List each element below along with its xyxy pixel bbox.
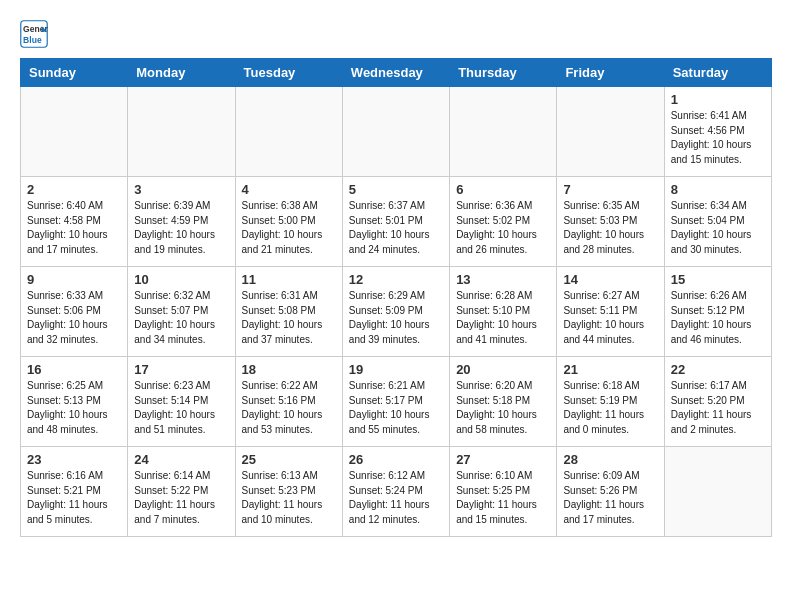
calendar-cell: 17Sunrise: 6:23 AM Sunset: 5:14 PM Dayli… bbox=[128, 357, 235, 447]
calendar-cell: 6Sunrise: 6:36 AM Sunset: 5:02 PM Daylig… bbox=[450, 177, 557, 267]
day-info: Sunrise: 6:27 AM Sunset: 5:11 PM Dayligh… bbox=[563, 289, 657, 347]
calendar-cell bbox=[450, 87, 557, 177]
day-number: 21 bbox=[563, 362, 657, 377]
day-number: 6 bbox=[456, 182, 550, 197]
day-info: Sunrise: 6:09 AM Sunset: 5:26 PM Dayligh… bbox=[563, 469, 657, 527]
calendar-cell: 4Sunrise: 6:38 AM Sunset: 5:00 PM Daylig… bbox=[235, 177, 342, 267]
day-number: 24 bbox=[134, 452, 228, 467]
day-number: 15 bbox=[671, 272, 765, 287]
day-info: Sunrise: 6:14 AM Sunset: 5:22 PM Dayligh… bbox=[134, 469, 228, 527]
calendar-table: SundayMondayTuesdayWednesdayThursdayFrid… bbox=[20, 58, 772, 537]
calendar-cell: 23Sunrise: 6:16 AM Sunset: 5:21 PM Dayli… bbox=[21, 447, 128, 537]
calendar-week-2: 2Sunrise: 6:40 AM Sunset: 4:58 PM Daylig… bbox=[21, 177, 772, 267]
calendar-cell: 27Sunrise: 6:10 AM Sunset: 5:25 PM Dayli… bbox=[450, 447, 557, 537]
calendar-week-4: 16Sunrise: 6:25 AM Sunset: 5:13 PM Dayli… bbox=[21, 357, 772, 447]
day-info: Sunrise: 6:10 AM Sunset: 5:25 PM Dayligh… bbox=[456, 469, 550, 527]
day-info: Sunrise: 6:17 AM Sunset: 5:20 PM Dayligh… bbox=[671, 379, 765, 437]
column-header-sunday: Sunday bbox=[21, 59, 128, 87]
calendar-cell: 5Sunrise: 6:37 AM Sunset: 5:01 PM Daylig… bbox=[342, 177, 449, 267]
day-number: 25 bbox=[242, 452, 336, 467]
day-info: Sunrise: 6:16 AM Sunset: 5:21 PM Dayligh… bbox=[27, 469, 121, 527]
day-info: Sunrise: 6:39 AM Sunset: 4:59 PM Dayligh… bbox=[134, 199, 228, 257]
calendar-cell: 8Sunrise: 6:34 AM Sunset: 5:04 PM Daylig… bbox=[664, 177, 771, 267]
day-number: 14 bbox=[563, 272, 657, 287]
calendar-cell: 19Sunrise: 6:21 AM Sunset: 5:17 PM Dayli… bbox=[342, 357, 449, 447]
calendar-cell: 9Sunrise: 6:33 AM Sunset: 5:06 PM Daylig… bbox=[21, 267, 128, 357]
calendar-cell bbox=[235, 87, 342, 177]
day-info: Sunrise: 6:25 AM Sunset: 5:13 PM Dayligh… bbox=[27, 379, 121, 437]
calendar-header-row: SundayMondayTuesdayWednesdayThursdayFrid… bbox=[21, 59, 772, 87]
day-info: Sunrise: 6:41 AM Sunset: 4:56 PM Dayligh… bbox=[671, 109, 765, 167]
calendar-cell: 3Sunrise: 6:39 AM Sunset: 4:59 PM Daylig… bbox=[128, 177, 235, 267]
page-header: General Blue bbox=[20, 20, 772, 48]
calendar-cell: 10Sunrise: 6:32 AM Sunset: 5:07 PM Dayli… bbox=[128, 267, 235, 357]
calendar-cell: 14Sunrise: 6:27 AM Sunset: 5:11 PM Dayli… bbox=[557, 267, 664, 357]
day-info: Sunrise: 6:33 AM Sunset: 5:06 PM Dayligh… bbox=[27, 289, 121, 347]
calendar-cell: 22Sunrise: 6:17 AM Sunset: 5:20 PM Dayli… bbox=[664, 357, 771, 447]
day-info: Sunrise: 6:36 AM Sunset: 5:02 PM Dayligh… bbox=[456, 199, 550, 257]
day-info: Sunrise: 6:34 AM Sunset: 5:04 PM Dayligh… bbox=[671, 199, 765, 257]
day-number: 13 bbox=[456, 272, 550, 287]
calendar-cell: 11Sunrise: 6:31 AM Sunset: 5:08 PM Dayli… bbox=[235, 267, 342, 357]
column-header-wednesday: Wednesday bbox=[342, 59, 449, 87]
day-info: Sunrise: 6:40 AM Sunset: 4:58 PM Dayligh… bbox=[27, 199, 121, 257]
calendar-week-1: 1Sunrise: 6:41 AM Sunset: 4:56 PM Daylig… bbox=[21, 87, 772, 177]
logo: General Blue bbox=[20, 20, 52, 48]
logo-icon: General Blue bbox=[20, 20, 48, 48]
calendar-cell: 2Sunrise: 6:40 AM Sunset: 4:58 PM Daylig… bbox=[21, 177, 128, 267]
calendar-cell: 20Sunrise: 6:20 AM Sunset: 5:18 PM Dayli… bbox=[450, 357, 557, 447]
calendar-cell: 7Sunrise: 6:35 AM Sunset: 5:03 PM Daylig… bbox=[557, 177, 664, 267]
day-number: 9 bbox=[27, 272, 121, 287]
calendar-cell bbox=[128, 87, 235, 177]
day-number: 16 bbox=[27, 362, 121, 377]
day-number: 22 bbox=[671, 362, 765, 377]
day-info: Sunrise: 6:26 AM Sunset: 5:12 PM Dayligh… bbox=[671, 289, 765, 347]
day-number: 1 bbox=[671, 92, 765, 107]
day-info: Sunrise: 6:21 AM Sunset: 5:17 PM Dayligh… bbox=[349, 379, 443, 437]
day-number: 27 bbox=[456, 452, 550, 467]
day-number: 3 bbox=[134, 182, 228, 197]
column-header-thursday: Thursday bbox=[450, 59, 557, 87]
day-info: Sunrise: 6:32 AM Sunset: 5:07 PM Dayligh… bbox=[134, 289, 228, 347]
day-info: Sunrise: 6:18 AM Sunset: 5:19 PM Dayligh… bbox=[563, 379, 657, 437]
calendar-cell: 1Sunrise: 6:41 AM Sunset: 4:56 PM Daylig… bbox=[664, 87, 771, 177]
calendar-cell: 25Sunrise: 6:13 AM Sunset: 5:23 PM Dayli… bbox=[235, 447, 342, 537]
calendar-cell: 24Sunrise: 6:14 AM Sunset: 5:22 PM Dayli… bbox=[128, 447, 235, 537]
day-number: 11 bbox=[242, 272, 336, 287]
calendar-cell: 16Sunrise: 6:25 AM Sunset: 5:13 PM Dayli… bbox=[21, 357, 128, 447]
day-number: 4 bbox=[242, 182, 336, 197]
day-info: Sunrise: 6:13 AM Sunset: 5:23 PM Dayligh… bbox=[242, 469, 336, 527]
day-info: Sunrise: 6:22 AM Sunset: 5:16 PM Dayligh… bbox=[242, 379, 336, 437]
calendar-cell: 26Sunrise: 6:12 AM Sunset: 5:24 PM Dayli… bbox=[342, 447, 449, 537]
calendar-cell bbox=[557, 87, 664, 177]
day-number: 28 bbox=[563, 452, 657, 467]
day-info: Sunrise: 6:23 AM Sunset: 5:14 PM Dayligh… bbox=[134, 379, 228, 437]
day-info: Sunrise: 6:12 AM Sunset: 5:24 PM Dayligh… bbox=[349, 469, 443, 527]
column-header-saturday: Saturday bbox=[664, 59, 771, 87]
calendar-cell: 21Sunrise: 6:18 AM Sunset: 5:19 PM Dayli… bbox=[557, 357, 664, 447]
day-info: Sunrise: 6:29 AM Sunset: 5:09 PM Dayligh… bbox=[349, 289, 443, 347]
day-number: 7 bbox=[563, 182, 657, 197]
calendar-cell: 28Sunrise: 6:09 AM Sunset: 5:26 PM Dayli… bbox=[557, 447, 664, 537]
svg-text:Blue: Blue bbox=[23, 35, 42, 45]
calendar-week-3: 9Sunrise: 6:33 AM Sunset: 5:06 PM Daylig… bbox=[21, 267, 772, 357]
day-info: Sunrise: 6:37 AM Sunset: 5:01 PM Dayligh… bbox=[349, 199, 443, 257]
day-info: Sunrise: 6:38 AM Sunset: 5:00 PM Dayligh… bbox=[242, 199, 336, 257]
day-number: 10 bbox=[134, 272, 228, 287]
day-number: 2 bbox=[27, 182, 121, 197]
day-number: 5 bbox=[349, 182, 443, 197]
day-number: 12 bbox=[349, 272, 443, 287]
calendar-cell: 15Sunrise: 6:26 AM Sunset: 5:12 PM Dayli… bbox=[664, 267, 771, 357]
column-header-friday: Friday bbox=[557, 59, 664, 87]
day-number: 19 bbox=[349, 362, 443, 377]
calendar-cell: 12Sunrise: 6:29 AM Sunset: 5:09 PM Dayli… bbox=[342, 267, 449, 357]
day-number: 17 bbox=[134, 362, 228, 377]
calendar-cell bbox=[664, 447, 771, 537]
calendar-cell: 13Sunrise: 6:28 AM Sunset: 5:10 PM Dayli… bbox=[450, 267, 557, 357]
day-number: 23 bbox=[27, 452, 121, 467]
column-header-tuesday: Tuesday bbox=[235, 59, 342, 87]
day-number: 18 bbox=[242, 362, 336, 377]
calendar-week-5: 23Sunrise: 6:16 AM Sunset: 5:21 PM Dayli… bbox=[21, 447, 772, 537]
day-info: Sunrise: 6:28 AM Sunset: 5:10 PM Dayligh… bbox=[456, 289, 550, 347]
calendar-cell: 18Sunrise: 6:22 AM Sunset: 5:16 PM Dayli… bbox=[235, 357, 342, 447]
